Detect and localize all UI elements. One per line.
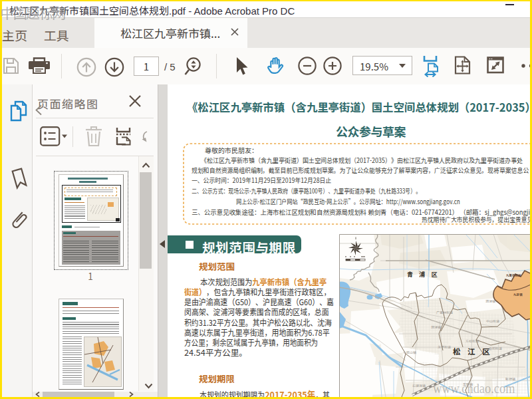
svg-text:松 江 区: 松 江 区 (453, 346, 493, 356)
svg-text:小昆山镇: 小昆山镇 (403, 350, 416, 354)
svg-text:石湖荡镇: 石湖荡镇 (412, 383, 426, 388)
svg-text:泗泾镇: 泗泾镇 (485, 299, 495, 303)
svg-text:岳阳街道: 岳阳街道 (489, 346, 502, 350)
svg-text:中山街道: 中山街道 (486, 319, 499, 323)
svg-text:九亭镇: 九亭镇 (513, 293, 523, 297)
svg-text:方松街道: 方松街道 (466, 338, 479, 343)
svg-text:广富林街道: 广富林街道 (436, 310, 453, 315)
svg-text:新桥镇: 新桥镇 (505, 376, 515, 381)
svg-text:洞泾镇: 洞泾镇 (431, 325, 441, 329)
svg-text:九里亭街道: 九里亭街道 (506, 273, 521, 277)
svg-text:永丰街道: 永丰街道 (438, 344, 451, 349)
svg-text:青 浦 区: 青 浦 区 (407, 270, 440, 279)
